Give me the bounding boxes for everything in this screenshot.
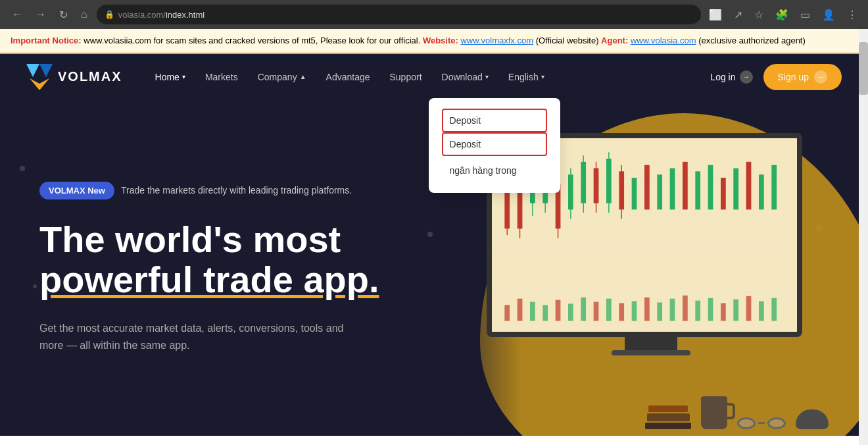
svg-marker-2	[30, 78, 49, 90]
svg-rect-47	[594, 301, 599, 321]
hero-content: VOLMAX New Trade the markets directly wi…	[0, 142, 419, 393]
website-suffix: (Official website)	[536, 36, 599, 45]
logo[interactable]: VOLMAX	[26, 64, 122, 90]
hero-badge: VOLMAX New Trade the markets directly wi…	[39, 182, 352, 199]
glasses	[737, 417, 786, 429]
svg-rect-30	[657, 174, 662, 209]
nav-home[interactable]: Home ▾	[155, 72, 185, 82]
hero-subtitle: Get the most accurate market data, alert…	[39, 320, 368, 353]
navbar: VOLMAX Home ▾ Markets Company ▲ Advantag…	[0, 54, 868, 100]
svg-rect-51	[644, 297, 650, 321]
desk-items	[645, 396, 829, 429]
svg-rect-48	[606, 298, 612, 321]
svg-rect-55	[695, 300, 700, 321]
svg-rect-61	[771, 298, 777, 321]
svg-rect-39	[771, 165, 777, 209]
hero-title-underlined: powerful trade app.	[39, 259, 379, 300]
dropdown-ngan-hang[interactable]: ngân hàng trong	[442, 159, 547, 182]
svg-rect-36	[733, 168, 738, 209]
svg-rect-35	[721, 178, 726, 209]
svg-rect-54	[683, 295, 688, 321]
important-label: Important Notice:	[11, 36, 82, 45]
nav-markets[interactable]: Markets	[205, 72, 238, 82]
svg-rect-28	[632, 178, 637, 209]
svg-rect-43	[542, 305, 548, 321]
svg-rect-56	[708, 298, 713, 321]
mouse	[796, 409, 829, 429]
profile-icon[interactable]: 👤	[819, 6, 838, 24]
logo-icon	[26, 64, 53, 90]
badge-label: VOLMAX New	[39, 182, 114, 199]
share-icon[interactable]: ↗	[731, 6, 745, 24]
svg-rect-49	[619, 303, 624, 321]
book-2	[647, 413, 690, 421]
agent-suffix: (exclusive authorized agent)	[698, 36, 806, 45]
svg-rect-53	[670, 298, 675, 321]
signup-arrow-icon: →	[814, 70, 827, 84]
home-button[interactable]: ⌂	[77, 6, 91, 23]
nav-company[interactable]: Company ▲	[258, 72, 306, 82]
nav-support[interactable]: Support	[390, 72, 422, 82]
login-label: Log in	[710, 72, 735, 82]
tablet-icon[interactable]: ▭	[798, 6, 813, 24]
nav-advantage[interactable]: Advantage	[326, 72, 370, 82]
dropdown-deposit-1[interactable]: Deposit	[442, 109, 547, 132]
hero-title-line1: The world's most	[39, 219, 379, 260]
website-label: Website:	[423, 36, 458, 45]
book-1	[648, 406, 688, 412]
dropdown-deposit-2[interactable]: Deposit	[442, 132, 547, 156]
signup-button[interactable]: Sign up →	[763, 64, 842, 90]
download-chevron: ▾	[485, 73, 489, 80]
agent-url[interactable]: www.volasia.com	[631, 36, 696, 45]
svg-rect-52	[657, 302, 662, 321]
svg-rect-57	[721, 303, 726, 321]
monitor-base	[612, 350, 690, 355]
nav-download[interactable]: Download ▾ Deposit Deposit ngân hàng tro…	[442, 72, 489, 82]
svg-rect-34	[708, 165, 713, 209]
hero-title: The world's most powerful trade app.	[39, 219, 379, 300]
notice-bar: Important Notice: www.volasiia.com for s…	[0, 29, 868, 54]
star-icon[interactable]: ☆	[752, 6, 766, 24]
nav-language[interactable]: English ▾	[508, 72, 544, 82]
svg-marker-0	[26, 64, 39, 77]
svg-rect-32	[683, 161, 688, 209]
back-button[interactable]: ←	[8, 6, 26, 23]
svg-rect-44	[556, 300, 561, 321]
svg-rect-59	[746, 296, 752, 321]
svg-rect-45	[568, 303, 573, 321]
extensions-icon[interactable]: 🧩	[773, 6, 791, 24]
badge-text: Trade the markets directly with leading …	[121, 185, 352, 196]
mug	[701, 396, 727, 429]
svg-rect-50	[632, 301, 637, 321]
svg-rect-29	[644, 165, 650, 209]
forward-button[interactable]: →	[32, 6, 50, 23]
dot-3	[427, 232, 433, 237]
svg-rect-37	[746, 161, 752, 209]
language-chevron: ▾	[541, 73, 544, 80]
download-dropdown: Deposit Deposit ngân hàng trong	[429, 98, 560, 193]
svg-rect-41	[518, 298, 523, 321]
svg-rect-58	[733, 299, 738, 321]
toolbar-icons: ⬜ ↗ ☆ 🧩 ▭ 👤 ⋮	[706, 6, 860, 24]
login-button[interactable]: Log in →	[710, 70, 752, 84]
refresh-button[interactable]: ↻	[55, 6, 72, 24]
monitor-stand	[625, 337, 677, 350]
lock-icon: 🔒	[105, 10, 114, 19]
website-url[interactable]: www.volmaxfx.com	[460, 36, 533, 45]
agent-label: Agent:	[601, 36, 628, 45]
scrollbar-thumb[interactable]	[859, 42, 868, 95]
nav-links: Home ▾ Markets Company ▲ Advantage Suppo…	[155, 72, 711, 82]
svg-rect-46	[581, 297, 586, 321]
address-bar[interactable]: 🔒 volasia.com/index.html	[97, 5, 701, 24]
notice-body: www.volasiia.com for scam sites and crac…	[84, 36, 420, 45]
svg-rect-40	[504, 305, 510, 321]
login-icon: →	[740, 70, 753, 84]
browser-chrome: ← → ↻ ⌂ 🔒 volasia.com/index.html ⬜ ↗ ☆ 🧩…	[0, 0, 868, 29]
logo-text: VOLMAX	[58, 69, 122, 84]
menu-icon[interactable]: ⋮	[844, 6, 860, 24]
company-chevron: ▲	[300, 73, 306, 80]
home-chevron: ▾	[182, 73, 185, 80]
svg-rect-31	[670, 168, 675, 209]
svg-rect-38	[759, 174, 764, 209]
cast-icon[interactable]: ⬜	[706, 6, 725, 24]
